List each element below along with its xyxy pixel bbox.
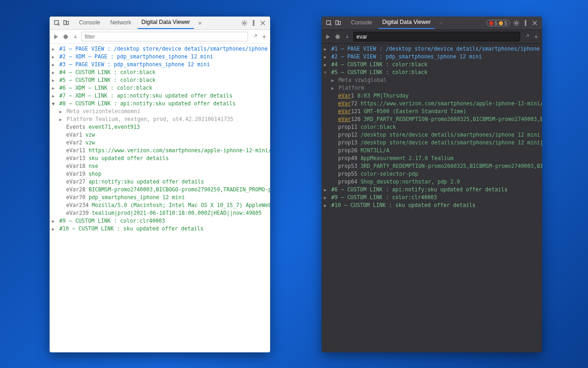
tab-network[interactable]: Network (107, 17, 135, 29)
disclosure-triangle-icon[interactable]: ▶ (51, 84, 56, 92)
tree-child-row[interactable]: eVar121 GMT-0500 (Eastern Standard Time) (322, 108, 542, 115)
disclosure-triangle-icon[interactable]: ▶ (322, 194, 328, 201)
more-tabs-icon[interactable]: » (198, 20, 202, 26)
tree-child-row[interactable]: eVar18 nse (50, 162, 270, 170)
tree-child-row[interactable]: prop53 3RD_PARTY_REDEMPTION-promo2660325… (322, 162, 542, 170)
tree-row[interactable]: ▶ #7 – XDM – LINK : api:notify:sku updat… (50, 92, 270, 100)
tree-row[interactable]: ▶ #4 – CUSTOM LINK : color:black (322, 61, 542, 69)
tree-child-row[interactable]: eVar27 api:notify:sku updated offer deta… (50, 178, 270, 186)
device-toggle-icon[interactable] (62, 19, 70, 27)
tree-row[interactable]: ▶ #10 – CUSTOM LINK : sku updated offer … (50, 225, 270, 233)
tree-child-row[interactable]: eVar234 Mozilla/5.0 (Macintosh; Intel Ma… (50, 201, 270, 209)
disclosure-triangle-icon[interactable]: ▶ (58, 108, 63, 115)
clear-icon[interactable] (334, 33, 341, 40)
tree-child-row[interactable]: prop13 /desktop store/device details/sma… (322, 139, 542, 147)
tree-row[interactable]: ▶ #2 – PAGE VIEW : pdp_smartphones_iphon… (322, 53, 542, 61)
settings-icon[interactable] (260, 33, 267, 40)
kebab-icon[interactable] (249, 19, 258, 27)
tree-row[interactable]: ▶ #6 – CUSTOM LINK : api:notify:sku upda… (322, 186, 542, 194)
more-tabs-icon[interactable]: » (439, 20, 442, 26)
tree-child-row[interactable]: eVar72 https://www.verizon.com/smartphon… (322, 100, 542, 108)
tree-child-row[interactable]: eVar1 vzw (50, 131, 270, 139)
tree-child-row[interactable]: eVar19 shop (50, 170, 270, 178)
popout-icon[interactable] (523, 33, 530, 40)
disclosure-triangle-icon[interactable]: ▶ (51, 45, 56, 53)
tree-row[interactable]: ▶ #1 – PAGE VIEW : /desktop store/device… (50, 45, 270, 53)
close-icon[interactable] (259, 19, 267, 27)
disclosure-triangle-icon[interactable]: ▶ (51, 225, 56, 233)
tree-child-row[interactable]: prop49 AppMeasurement 2.17.0 Tealium (322, 155, 542, 162)
tree-row[interactable]: ▶ #9 – CUSTOM LINK : color:clr40003 (50, 217, 270, 225)
tree-child-row[interactable]: ▶ Platform Tealium, nextgen, prod, ut4.4… (50, 115, 270, 123)
disclosure-triangle-icon[interactable]: ▶ (51, 76, 56, 84)
download-arrow-icon[interactable] (344, 33, 351, 40)
disclosure-triangle-icon[interactable]: ▶ (322, 53, 328, 61)
disclosure-triangle-icon[interactable]: ▶ (51, 53, 56, 61)
play-icon[interactable] (52, 33, 59, 40)
tree-child-row[interactable]: prop12 /desktop store/device details/sma… (322, 131, 542, 139)
tree-child-row[interactable]: ▶ Meta vzwiglobal (322, 76, 542, 84)
event-tree[interactable]: ▶ #1 – PAGE VIEW : /desktop store/device… (322, 44, 542, 352)
tree-row[interactable]: ▶ #1 – PAGE VIEW : /desktop store/device… (322, 45, 542, 53)
tree-row[interactable]: ▶ #2 – XDM – PAGE : pdp_smartphones_ipho… (50, 53, 270, 61)
tree-child-row[interactable]: ▶ Platform (322, 84, 542, 92)
disclosure-triangle-icon[interactable]: ▶ (322, 186, 328, 194)
svg-point-8 (263, 36, 265, 38)
tree-row[interactable]: ▶ #10 – CUSTOM LINK : sku updated offer … (322, 201, 542, 209)
inspect-icon[interactable] (325, 19, 333, 27)
clear-icon[interactable] (62, 33, 69, 40)
download-arrow-icon[interactable] (72, 33, 79, 40)
tab-digital-data-viewer[interactable]: Digital Data Viewer (379, 17, 435, 29)
tree-child-row[interactable]: ▶ Meta verizontelecomomni (50, 108, 270, 115)
kebab-icon[interactable] (521, 19, 530, 27)
disclosure-triangle-icon[interactable]: ▼ (51, 100, 56, 108)
tree-row[interactable]: ▶ #4 – CUSTOM LINK : color:black (50, 69, 270, 76)
inspect-icon[interactable] (53, 19, 61, 27)
tree-child-row[interactable]: prop11 color:black (322, 123, 542, 131)
disclosure-triangle-icon[interactable]: ▶ (51, 92, 56, 100)
disclosure-triangle-icon[interactable]: ▶ (322, 201, 328, 209)
tab-console[interactable]: Console (75, 17, 104, 29)
gear-icon[interactable] (240, 19, 249, 27)
popout-icon[interactable] (251, 33, 258, 40)
disclosure-triangle-icon[interactable]: ▶ (58, 115, 63, 123)
tree-child-row[interactable]: eVar11 https://www.verizon.com/smartphon… (50, 147, 270, 155)
close-icon[interactable] (531, 19, 539, 27)
filter-input[interactable] (81, 32, 248, 41)
tab-digital-data-viewer[interactable]: Digital Data Viewer (138, 17, 194, 29)
disclosure-triangle-icon[interactable]: ▶ (51, 69, 56, 76)
tree-child-row[interactable]: eVar1 8:03 PM|Thursday (322, 92, 542, 100)
tree-child-row[interactable]: prop55 color-selector-pdp (322, 170, 542, 178)
tree-row[interactable]: ▶ #9 – CUSTOM LINK : color:clr40003 (322, 194, 542, 201)
disclosure-triangle-icon[interactable]: ▶ (330, 76, 335, 84)
tree-row[interactable]: ▶ #3 – PAGE VIEW : pdp_smartphones_iphon… (50, 61, 270, 69)
settings-icon[interactable] (532, 33, 539, 40)
tree-child-row[interactable]: eVar2 vzw (50, 139, 270, 147)
tree-child-row[interactable]: eVar70 pdp_smartphones_iphone 12 mini (50, 194, 270, 201)
disclosure-triangle-icon[interactable]: ▶ (330, 84, 335, 92)
disclosure-triangle-icon[interactable]: ▶ (51, 217, 56, 225)
disclosure-triangle-icon[interactable]: ▼ (322, 69, 328, 76)
event-tree[interactable]: ▶ #1 – PAGE VIEW : /desktop store/device… (50, 44, 270, 352)
tree-child-row[interactable]: prop26 MJNT3LL/A (322, 147, 542, 155)
tab-console[interactable]: Console (347, 17, 376, 29)
disclosure-triangle-icon[interactable]: ▶ (322, 45, 328, 53)
titlebar: Console Digital Data Viewer » 5 5 (322, 17, 542, 30)
tree-child-row[interactable]: eVar239 tealium|prod|2021-06-16T10:18:00… (50, 209, 270, 217)
filter-input[interactable] (353, 32, 520, 41)
disclosure-triangle-icon[interactable]: ▶ (322, 61, 328, 69)
tree-child-row[interactable]: prop64 Shop_desktop:northstar, pdp 2.0 (322, 178, 542, 186)
disclosure-triangle-icon[interactable]: ▶ (51, 61, 56, 69)
tree-child-row[interactable]: eVar13 sku updated offer details (50, 155, 270, 162)
gear-icon[interactable] (512, 19, 520, 27)
tree-row[interactable]: ▼ #5 – CUSTOM LINK : color:black (322, 69, 542, 76)
tree-child-row[interactable]: Events event71,event913 (50, 123, 270, 131)
device-toggle-icon[interactable] (334, 19, 342, 27)
error-warning-badge[interactable]: 5 5 (486, 20, 510, 26)
tree-row[interactable]: ▶ #6 – XDM – LINK : color:black (50, 84, 270, 92)
play-icon[interactable] (324, 33, 331, 40)
tree-child-row[interactable]: eVar126 3RD_PARTY_REDEMPTION-promo266032… (322, 115, 542, 123)
tree-row[interactable]: ▶ #5 – CUSTOM LINK : color:black (50, 76, 270, 84)
tree-row[interactable]: ▼ #8 – CUSTOM LINK : api:notify:sku upda… (50, 100, 270, 108)
tree-child-row[interactable]: eVar28 BICBMSM-promo2740003,BICBOGO-prom… (50, 186, 270, 194)
